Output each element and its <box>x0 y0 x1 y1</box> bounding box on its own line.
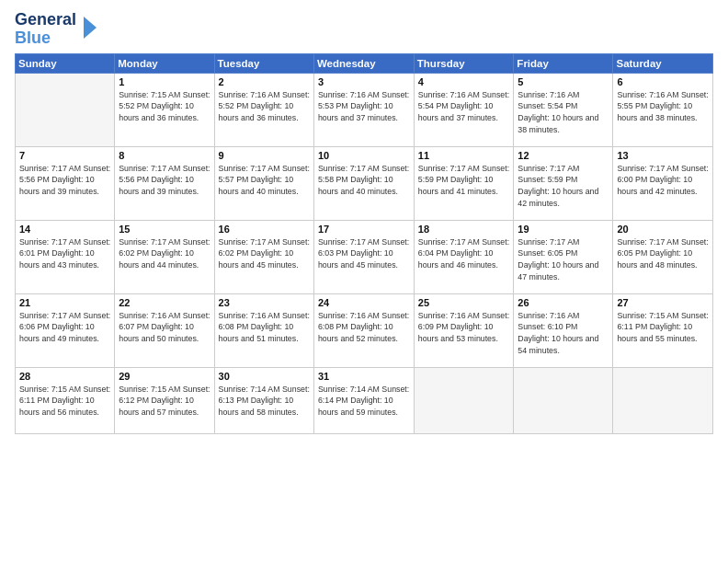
day-info: Sunrise: 7:17 AM Sunset: 5:56 PM Dayligh… <box>19 163 110 198</box>
week-row-4: 21Sunrise: 7:17 AM Sunset: 6:06 PM Dayli… <box>16 293 713 367</box>
day-info: Sunrise: 7:16 AM Sunset: 6:08 PM Dayligh… <box>219 310 310 345</box>
day-number: 24 <box>318 297 410 308</box>
day-cell-27: 27Sunrise: 7:15 AM Sunset: 6:11 PM Dayli… <box>613 293 713 367</box>
weekday-thursday: Thursday <box>414 53 514 73</box>
day-cell-9: 9Sunrise: 7:17 AM Sunset: 5:57 PM Daylig… <box>214 146 313 220</box>
day-info: Sunrise: 7:16 AM Sunset: 5:55 PM Dayligh… <box>617 89 709 124</box>
day-cell-8: 8Sunrise: 7:17 AM Sunset: 5:56 PM Daylig… <box>115 146 214 220</box>
weekday-sunday: Sunday <box>16 53 115 73</box>
day-number: 26 <box>518 297 609 308</box>
day-cell-23: 23Sunrise: 7:16 AM Sunset: 6:08 PM Dayli… <box>214 293 313 367</box>
day-cell-1: 1Sunrise: 7:15 AM Sunset: 5:52 PM Daylig… <box>115 73 214 146</box>
day-cell-18: 18Sunrise: 7:17 AM Sunset: 6:04 PM Dayli… <box>414 220 514 293</box>
day-number: 4 <box>418 76 510 87</box>
day-cell-21: 21Sunrise: 7:17 AM Sunset: 6:06 PM Dayli… <box>16 293 115 367</box>
day-number: 11 <box>418 150 510 161</box>
day-info: Sunrise: 7:17 AM Sunset: 5:57 PM Dayligh… <box>219 163 310 198</box>
day-number: 5 <box>518 76 609 87</box>
logo: General Blue <box>15 11 100 48</box>
day-number: 3 <box>318 76 410 87</box>
day-cell-14: 14Sunrise: 7:17 AM Sunset: 6:01 PM Dayli… <box>16 220 115 293</box>
day-info: Sunrise: 7:16 AM Sunset: 6:07 PM Dayligh… <box>119 310 210 345</box>
week-row-5: 28Sunrise: 7:15 AM Sunset: 6:11 PM Dayli… <box>16 367 713 433</box>
week-row-1: 1Sunrise: 7:15 AM Sunset: 5:52 PM Daylig… <box>16 73 713 146</box>
calendar-table: SundayMondayTuesdayWednesdayThursdayFrid… <box>15 53 713 434</box>
day-number: 7 <box>19 150 110 161</box>
empty-cell <box>514 367 613 433</box>
day-info: Sunrise: 7:16 AM Sunset: 5:53 PM Dayligh… <box>318 89 410 124</box>
day-number: 19 <box>518 224 609 235</box>
day-number: 1 <box>119 76 210 87</box>
empty-cell <box>16 73 115 146</box>
weekday-monday: Monday <box>115 53 214 73</box>
day-info: Sunrise: 7:15 AM Sunset: 6:11 PM Dayligh… <box>617 310 709 345</box>
day-cell-19: 19Sunrise: 7:17 AM Sunset: 6:05 PM Dayli… <box>514 220 613 293</box>
day-cell-3: 3Sunrise: 7:16 AM Sunset: 5:53 PM Daylig… <box>313 73 414 146</box>
weekday-wednesday: Wednesday <box>313 53 414 73</box>
day-info: Sunrise: 7:17 AM Sunset: 6:05 PM Dayligh… <box>518 236 609 283</box>
day-number: 28 <box>19 371 110 382</box>
weekday-tuesday: Tuesday <box>214 53 313 73</box>
day-info: Sunrise: 7:16 AM Sunset: 5:54 PM Dayligh… <box>418 89 510 124</box>
day-number: 23 <box>219 297 310 308</box>
day-cell-30: 30Sunrise: 7:14 AM Sunset: 6:13 PM Dayli… <box>214 367 313 433</box>
day-info: Sunrise: 7:17 AM Sunset: 6:00 PM Dayligh… <box>617 163 709 198</box>
day-number: 8 <box>119 150 210 161</box>
svg-marker-0 <box>84 17 97 39</box>
day-info: Sunrise: 7:16 AM Sunset: 6:08 PM Dayligh… <box>318 310 410 345</box>
day-cell-28: 28Sunrise: 7:15 AM Sunset: 6:11 PM Dayli… <box>16 367 115 433</box>
day-cell-25: 25Sunrise: 7:16 AM Sunset: 6:09 PM Dayli… <box>414 293 514 367</box>
day-cell-4: 4Sunrise: 7:16 AM Sunset: 5:54 PM Daylig… <box>414 73 514 146</box>
day-number: 18 <box>418 224 510 235</box>
day-info: Sunrise: 7:17 AM Sunset: 6:02 PM Dayligh… <box>219 236 310 271</box>
empty-cell <box>613 367 713 433</box>
day-info: Sunrise: 7:17 AM Sunset: 6:04 PM Dayligh… <box>418 236 510 271</box>
day-info: Sunrise: 7:14 AM Sunset: 6:14 PM Dayligh… <box>318 384 410 419</box>
day-info: Sunrise: 7:16 AM Sunset: 5:54 PM Dayligh… <box>518 89 609 136</box>
day-number: 30 <box>219 371 310 382</box>
day-number: 22 <box>119 297 210 308</box>
day-number: 25 <box>418 297 510 308</box>
day-number: 17 <box>318 224 410 235</box>
week-row-2: 7Sunrise: 7:17 AM Sunset: 5:56 PM Daylig… <box>16 146 713 220</box>
day-info: Sunrise: 7:16 AM Sunset: 6:10 PM Dayligh… <box>518 310 609 357</box>
day-number: 13 <box>617 150 709 161</box>
day-cell-13: 13Sunrise: 7:17 AM Sunset: 6:00 PM Dayli… <box>613 146 713 220</box>
weekday-saturday: Saturday <box>613 53 713 73</box>
day-info: Sunrise: 7:17 AM Sunset: 5:59 PM Dayligh… <box>518 163 609 210</box>
day-info: Sunrise: 7:17 AM Sunset: 5:58 PM Dayligh… <box>318 163 410 198</box>
day-info: Sunrise: 7:17 AM Sunset: 6:02 PM Dayligh… <box>119 236 210 271</box>
day-cell-11: 11Sunrise: 7:17 AM Sunset: 5:59 PM Dayli… <box>414 146 514 220</box>
day-number: 14 <box>19 224 110 235</box>
day-number: 15 <box>119 224 210 235</box>
day-cell-15: 15Sunrise: 7:17 AM Sunset: 6:02 PM Dayli… <box>115 220 214 293</box>
day-number: 12 <box>518 150 609 161</box>
week-row-3: 14Sunrise: 7:17 AM Sunset: 6:01 PM Dayli… <box>16 220 713 293</box>
day-info: Sunrise: 7:15 AM Sunset: 6:11 PM Dayligh… <box>19 384 110 419</box>
weekday-friday: Friday <box>514 53 613 73</box>
day-cell-20: 20Sunrise: 7:17 AM Sunset: 6:05 PM Dayli… <box>613 220 713 293</box>
day-info: Sunrise: 7:16 AM Sunset: 5:52 PM Dayligh… <box>219 89 310 124</box>
header: General Blue <box>15 11 713 48</box>
day-number: 29 <box>119 371 210 382</box>
day-info: Sunrise: 7:17 AM Sunset: 5:59 PM Dayligh… <box>418 163 510 198</box>
day-info: Sunrise: 7:16 AM Sunset: 6:09 PM Dayligh… <box>418 310 510 345</box>
day-number: 31 <box>318 371 410 382</box>
day-cell-24: 24Sunrise: 7:16 AM Sunset: 6:08 PM Dayli… <box>313 293 414 367</box>
day-cell-2: 2Sunrise: 7:16 AM Sunset: 5:52 PM Daylig… <box>214 73 313 146</box>
day-cell-16: 16Sunrise: 7:17 AM Sunset: 6:02 PM Dayli… <box>214 220 313 293</box>
logo-blue: Blue <box>15 29 51 48</box>
day-number: 2 <box>219 76 310 87</box>
day-cell-17: 17Sunrise: 7:17 AM Sunset: 6:03 PM Dayli… <box>313 220 414 293</box>
day-cell-31: 31Sunrise: 7:14 AM Sunset: 6:14 PM Dayli… <box>313 367 414 433</box>
day-info: Sunrise: 7:17 AM Sunset: 5:56 PM Dayligh… <box>119 163 210 198</box>
day-cell-6: 6Sunrise: 7:16 AM Sunset: 5:55 PM Daylig… <box>613 73 713 146</box>
empty-cell <box>414 367 514 433</box>
day-cell-5: 5Sunrise: 7:16 AM Sunset: 5:54 PM Daylig… <box>514 73 613 146</box>
day-number: 20 <box>617 224 709 235</box>
page: General Blue SundayMondayTuesdayWednesda… <box>0 0 728 563</box>
day-number: 27 <box>617 297 709 308</box>
day-number: 21 <box>19 297 110 308</box>
day-cell-7: 7Sunrise: 7:17 AM Sunset: 5:56 PM Daylig… <box>16 146 115 220</box>
day-cell-12: 12Sunrise: 7:17 AM Sunset: 5:59 PM Dayli… <box>514 146 613 220</box>
